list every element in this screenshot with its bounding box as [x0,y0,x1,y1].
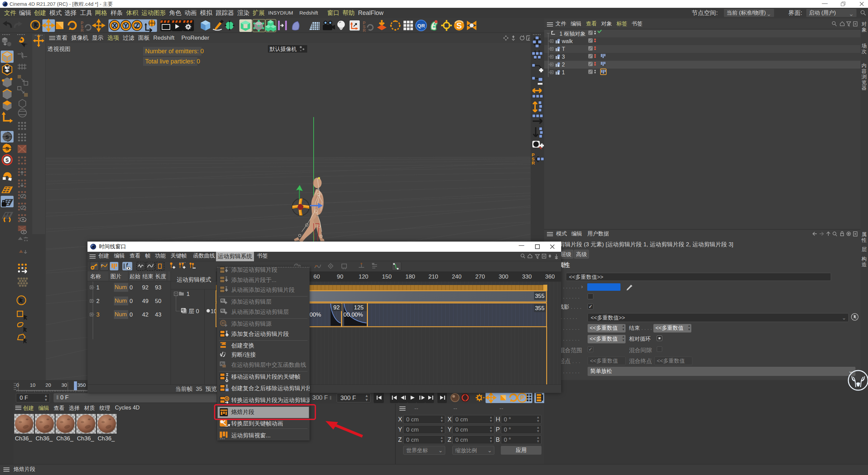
svg-text:270: 270 [475,273,485,280]
svg-text:350: 350 [77,382,86,388]
svg-text:150: 150 [382,273,392,280]
svg-text:1: 1 [96,284,99,291]
svg-text:0: 0 [130,298,133,304]
svg-text:30: 30 [61,382,67,388]
svg-text:添加运动剪辑源: 添加运动剪辑源 [231,321,272,327]
svg-text:Ch36_: Ch36_ [77,435,94,442]
svg-text:添加运动剪辑层: 添加运动剪辑层 [231,299,272,305]
svg-text:默认摄像机: 默认摄像机 [269,46,297,52]
svg-text:3: 3 [96,311,99,318]
svg-text:起始: 起始 [130,273,140,279]
svg-text:Y: Y [124,22,128,29]
svg-text:图片: 图片 [111,273,121,279]
svg-text:43: 43 [155,311,161,318]
svg-text:P: P [520,395,524,401]
svg-text:转换层到关键帧动画: 转换层到关键帧动画 [231,420,283,427]
svg-text:00.00%: 00.00% [343,311,363,318]
svg-text:运动剪辑视窗...: 运动剪辑视窗... [231,432,271,439]
svg-text:Number of emitters: 0: Number of emitters: 0 [145,48,204,55]
svg-text:运动剪辑模式: 运动剪辑模式 [177,277,211,283]
svg-text:从动画添加运动剪辑层: 从动画添加运动剪辑层 [231,309,289,315]
svg-text:2: 2 [96,298,99,304]
svg-text:添加复合运动剪辑片段: 添加复合运动剪辑片段 [231,331,289,337]
svg-text:S: S [5,157,8,163]
svg-text:49: 49 [142,298,149,304]
svg-text:从动画添加运动剪辑片段: 从动画添加运动剪辑片段 [231,287,295,293]
svg-text:240: 240 [452,273,461,280]
svg-text:Ch36_: Ch36_ [56,435,74,442]
svg-text:在运动剪辑层中交互函数曲线: 在运动剪辑层中交互函数曲线 [231,362,306,368]
svg-text:Ch36_: Ch36_ [15,435,32,442]
svg-text:00%: 00% [310,311,321,318]
svg-text:Ch36_: Ch36_ [98,435,115,442]
svg-text:180: 180 [406,273,415,280]
svg-text:210: 210 [429,273,438,280]
svg-text:结束: 结束 [142,273,153,279]
svg-text:Num: Num [115,284,127,290]
svg-text:355: 355 [535,293,545,299]
svg-text:创建变换: 创建变换 [231,342,254,349]
svg-text:50: 50 [155,298,161,304]
svg-text:0: 0 [130,311,133,318]
svg-text:92: 92 [333,304,340,311]
svg-text:1: 1 [186,291,190,297]
svg-text:Num: Num [115,298,127,304]
svg-text:355: 355 [535,305,545,311]
svg-text:QR: QR [417,23,425,28]
svg-text:330: 330 [522,273,532,280]
svg-text:转换运动剪辑片段为运动剪辑源: 转换运动剪辑片段为运动剪辑源 [231,397,310,403]
svg-text:20: 20 [45,382,51,388]
svg-text:360: 360 [545,273,555,280]
svg-text:Z: Z [135,22,139,29]
svg-text:移动运动剪辑片段的关键帧: 移动运动剪辑片段的关键帧 [231,374,300,380]
svg-text:添加动画片段于...: 添加动画片段于... [231,277,276,283]
svg-text:S: S [456,21,462,30]
svg-text:剪断/连接: 剪断/连接 [231,352,256,358]
svg-text:0: 0 [16,382,19,388]
svg-text:120: 120 [359,273,368,280]
svg-text:S: S [5,134,9,140]
svg-text:0: 0 [130,284,133,291]
svg-text:92: 92 [142,284,149,291]
svg-text:R: R [81,28,84,33]
svg-text:10: 10 [30,382,36,388]
svg-text:创建复合之后移除运动剪辑片段: 创建复合之后移除运动剪辑片段 [231,385,310,392]
svg-text:X: X [113,22,117,29]
svg-text:S: S [5,146,9,151]
svg-text:93: 93 [155,284,161,291]
svg-text:名称: 名称 [90,273,101,279]
svg-text:300: 300 [499,273,508,280]
svg-text:42: 42 [142,311,149,318]
svg-text:Total live particles: 0: Total live particles: 0 [145,58,200,65]
svg-text:60: 60 [314,273,320,280]
svg-text:添加运动剪辑片段: 添加运动剪辑片段 [231,267,277,273]
svg-text:烙焙片段: 烙焙片段 [231,409,254,415]
svg-text:长度: 长度 [155,273,166,279]
svg-text:Num: Num [115,311,127,318]
svg-text:透视视图: 透视视图 [47,46,71,52]
svg-text:R: R [363,28,366,33]
svg-text:层 0: 层 0 [189,308,199,315]
svg-text:Ch36_: Ch36_ [36,435,53,442]
svg-text:125: 125 [354,304,363,311]
svg-text:R: R [532,160,535,166]
svg-text:90: 90 [337,273,343,280]
